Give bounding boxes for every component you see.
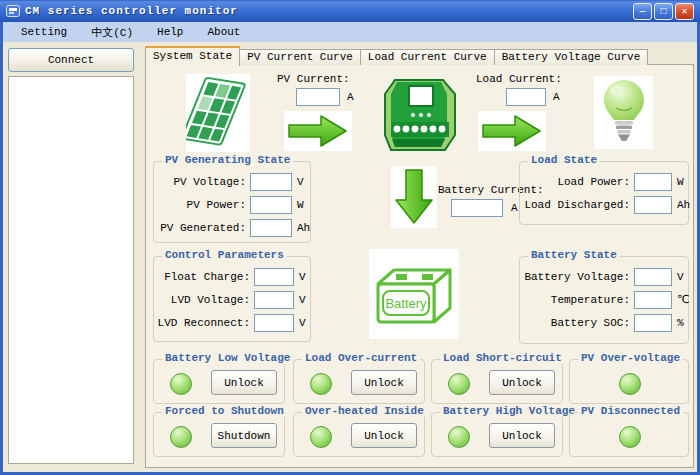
led-indicator (310, 426, 332, 448)
load-power-input[interactable] (634, 173, 672, 191)
pv-power-label: PV Power: (154, 199, 246, 211)
pv-current-label: PV Current: (277, 73, 350, 85)
app-icon (6, 4, 20, 18)
unlock-button[interactable]: Unlock (489, 370, 555, 395)
group-title: Load State (528, 154, 600, 166)
battery-icon: Battery (369, 249, 459, 339)
unlock-button[interactable]: Unlock (351, 370, 417, 395)
group-title: Battery State (528, 249, 620, 261)
pv-current-unit: A (347, 91, 354, 103)
tab-battery-voltage-curve[interactable]: Battery Voltage Curve (495, 49, 649, 65)
led-indicator (170, 373, 192, 395)
battery-soc-input[interactable] (634, 314, 672, 332)
controller-icon (381, 77, 461, 153)
menu-help[interactable]: Help (147, 24, 193, 40)
system-state-panel: PV Current: A (145, 64, 694, 468)
maximize-icon[interactable]: □ (654, 3, 673, 20)
led-indicator (619, 373, 641, 395)
battery-soc-unit: % (677, 317, 684, 329)
status-tile-pv-disconnected: PV Disconnected (569, 412, 689, 457)
status-title: Battery Low Voltage (162, 352, 293, 364)
pv-generated-label: PV Generated: (154, 222, 246, 234)
connect-button[interactable]: Connect (8, 48, 134, 72)
battery-voltage-label: Battery Voltage: (520, 271, 630, 283)
minimize-icon[interactable]: — (633, 3, 652, 20)
status-title: PV Over-voltage (578, 352, 683, 364)
lvd-reconnect-input[interactable] (254, 314, 294, 332)
pv-voltage-label: PV Voltage: (154, 176, 246, 188)
status-title: Load Short-circuit (440, 352, 565, 364)
lvd-reconnect-label: LVD Reconnect: (154, 317, 250, 329)
load-current-label: Load Current: (476, 73, 562, 85)
battery-voltage-input[interactable] (634, 268, 672, 286)
load-power-label: Load Power: (520, 176, 630, 188)
temperature-unit: ℃ (677, 293, 689, 306)
lvd-voltage-input[interactable] (254, 291, 294, 309)
menu-language[interactable]: 中文(C) (81, 23, 143, 42)
battery-soc-label: Battery SOC: (520, 317, 630, 329)
load-discharged-input[interactable] (634, 196, 672, 214)
load-power-unit: W (677, 176, 684, 188)
light-bulb-icon (594, 76, 653, 149)
status-title: Forced to Shutdown (162, 405, 287, 417)
menu-bar: Setting 中文(C) Help About (3, 22, 697, 42)
load-current-unit: A (553, 91, 560, 103)
lvd-reconnect-unit: V (299, 317, 306, 329)
device-list[interactable] (8, 76, 134, 464)
tab-load-current-curve[interactable]: Load Current Curve (361, 49, 495, 65)
led-indicator (448, 373, 470, 395)
battery-current-input[interactable] (451, 199, 503, 217)
unlock-button[interactable]: Unlock (211, 370, 277, 395)
shutdown-button[interactable]: Shutdown (211, 423, 277, 448)
temperature-input[interactable] (634, 291, 672, 309)
pv-power-input[interactable] (250, 196, 292, 214)
group-title: Control Parameters (162, 249, 287, 261)
pv-generated-unit: Ah (297, 222, 310, 234)
status-tile-over-heated-inside: Over-heated Inside Unlock (293, 412, 425, 457)
status-tile-pv-over-voltage: PV Over-voltage (569, 359, 689, 404)
load-current-input[interactable] (506, 88, 546, 106)
pv-voltage-input[interactable] (250, 173, 292, 191)
solar-panel-icon (186, 74, 250, 152)
app-body: Connect System State PV Current Curve Lo… (3, 42, 697, 472)
lvd-voltage-unit: V (299, 294, 306, 306)
group-battery-state: Battery State Battery Voltage:V Temperat… (519, 256, 689, 344)
group-title: PV Generating State (162, 154, 293, 166)
group-control-parameters: Control Parameters Float Charge:V LVD Vo… (153, 256, 311, 342)
float-charge-input[interactable] (254, 268, 294, 286)
status-title: PV Disconnected (578, 405, 683, 417)
float-charge-label: Float Charge: (154, 271, 250, 283)
window-title: CM series controller monitor (25, 5, 633, 17)
led-indicator (619, 426, 641, 448)
group-pv-generating-state: PV Generating State PV Voltage:V PV Powe… (153, 161, 311, 243)
status-tile-load-short-circuit: Load Short-circuit Unlock (431, 359, 563, 404)
tab-pv-current-curve[interactable]: PV Current Curve (240, 49, 361, 65)
pv-generated-input[interactable] (250, 219, 292, 237)
battery-current-unit: A (511, 202, 518, 214)
status-tile-forced-to-shutdown: Forced to Shutdown Shutdown (153, 412, 285, 457)
led-indicator (170, 426, 192, 448)
title-bar[interactable]: CM series controller monitor — □ ✕ (0, 0, 700, 22)
status-title: Load Over-current (302, 352, 420, 364)
battery-voltage-unit: V (677, 271, 684, 283)
arrow-right-icon (478, 111, 546, 151)
status-tile-battery-low-voltage: Battery Low Voltage Unlock (153, 359, 285, 404)
led-indicator (310, 373, 332, 395)
status-title: Over-heated Inside (302, 405, 427, 417)
group-load-state: Load State Load Power:W Load Discharged:… (519, 161, 689, 225)
tab-bar: System State PV Current Curve Load Curre… (145, 47, 648, 65)
menu-about[interactable]: About (197, 24, 250, 40)
unlock-button[interactable]: Unlock (489, 423, 555, 448)
arrow-down-icon (391, 166, 437, 228)
lvd-voltage-label: LVD Voltage: (154, 294, 250, 306)
pv-power-unit: W (297, 199, 304, 211)
tab-system-state[interactable]: System State (145, 46, 240, 66)
load-discharged-label: Load Discharged: (520, 199, 630, 211)
pv-voltage-unit: V (297, 176, 304, 188)
close-icon[interactable]: ✕ (675, 3, 694, 20)
status-title: Battery High Voltage (440, 405, 578, 417)
arrow-right-icon (284, 111, 352, 151)
unlock-button[interactable]: Unlock (351, 423, 417, 448)
menu-setting[interactable]: Setting (11, 24, 77, 40)
pv-current-input[interactable] (296, 88, 340, 106)
